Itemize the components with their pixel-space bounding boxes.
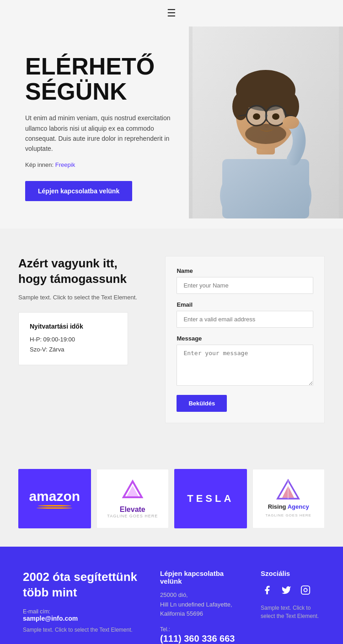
navigation: ☰: [0, 0, 343, 27]
hours-row-2: Szo-V: Zárva: [30, 345, 117, 355]
name-field-group: Name: [177, 267, 313, 294]
name-label: Name: [177, 267, 313, 274]
hours-title: Nyitvatartási idők: [30, 323, 117, 330]
hero-section: ELÉRHETŐ SÉGÜNK Ut enim ad minim veniam,…: [0, 27, 343, 229]
amazon-logo-card: amazon: [18, 469, 91, 528]
contact-description: Sample text. Click to select the Text El…: [18, 293, 147, 302]
freepik-link[interactable]: Freepik: [55, 161, 75, 168]
amazon-logo: amazon: [29, 489, 80, 509]
elevate-logo-card: Elevate TAGLINE GOES HERE: [96, 469, 169, 528]
tesla-logo: TESLA: [187, 493, 234, 505]
footer-address: 25000 dió,Hill Ln undefined Lafayette,Ka…: [160, 591, 242, 619]
footer-purple: 2002 óta segítettünk több mint E-mail cí…: [0, 547, 343, 644]
contact-form: Name Email Message Beküldés: [165, 256, 325, 423]
svg-rect-2: [222, 159, 309, 218]
contact-button[interactable]: Lépjen kapcsolatba velünk: [25, 181, 132, 201]
tesla-logo-card: TESLA: [174, 469, 247, 528]
svg-point-16: [272, 113, 279, 120]
rising-agency-logo: Rising Agency TAGLINE GOES HERE: [266, 479, 311, 518]
footer-social-title: Szociális: [261, 569, 320, 577]
svg-point-19: [283, 116, 299, 129]
hours-box: Nyitvatartási idők H-P: 09:00-19:00 Szo-…: [18, 312, 128, 365]
submit-button[interactable]: Beküldés: [177, 395, 227, 412]
footer-email-label: E-mail cím:: [23, 608, 142, 615]
hero-description: Ut enim ad minim veniam, quis nostrud ex…: [25, 113, 171, 154]
message-label: Message: [177, 335, 313, 342]
footer-phone-label: Tel.:: [160, 626, 242, 633]
email-field-group: Email: [177, 301, 313, 328]
contact-section: Azért vagyunk itt, hogy támogassunk Samp…: [0, 229, 343, 451]
footer-sample-text: Sample text. Click to select the Text El…: [23, 627, 142, 633]
hero-image: [189, 27, 343, 218]
footer-col1: 2002 óta segítettünk több mint E-mail cí…: [23, 569, 142, 633]
footer-tagline: 2002 óta segítettünk több mint: [23, 569, 142, 601]
image-credit: Kép innen: Freepik: [25, 161, 171, 168]
footer-email: sample@info.com: [23, 615, 142, 622]
footer-contact-title: Lépjen kapcsolatba velünk: [160, 569, 242, 585]
email-label: Email: [177, 301, 313, 308]
email-input[interactable]: [177, 311, 313, 328]
svg-rect-25: [301, 586, 310, 594]
contact-title: Azért vagyunk itt, hogy támogassunk: [18, 256, 147, 287]
logos-section: amazon Elevate TAGLINE GOES HERE TESLA: [0, 451, 343, 547]
message-field-group: Message: [177, 335, 313, 388]
hamburger-menu-icon[interactable]: ☰: [167, 7, 176, 19]
hours-row-1: H-P: 09:00-19:00: [30, 335, 117, 345]
hero-title: ELÉRHETŐ SÉGÜNK: [25, 54, 171, 104]
social-icons-group: [261, 584, 320, 596]
footer-col3: Szociális Sample text. Click to sel: [261, 569, 320, 620]
footer-phone: (111) 360 336 663: [160, 633, 242, 644]
hero-content: ELÉRHETŐ SÉGÜNK Ut enim ad minim veniam,…: [0, 27, 189, 229]
svg-point-15: [253, 113, 260, 120]
footer-col2: Lépjen kapcsolatba velünk 25000 dió,Hill…: [160, 569, 242, 644]
message-textarea[interactable]: [177, 345, 313, 386]
hero-photo: [189, 27, 343, 229]
footer-social-sample-text: Sample text. Click to select the Text El…: [261, 604, 320, 620]
svg-point-18: [245, 124, 286, 144]
elevate-logo: Elevate TAGLINE GOES HERE: [107, 479, 158, 518]
contact-left: Azért vagyunk itt, hogy támogassunk Samp…: [18, 256, 147, 365]
person-svg: [193, 27, 339, 218]
twitter-icon[interactable]: [280, 584, 293, 596]
instagram-icon[interactable]: [299, 584, 312, 596]
facebook-icon[interactable]: [261, 584, 273, 596]
rising-agency-logo-card: Rising Agency TAGLINE GOES HERE: [252, 469, 325, 528]
name-input[interactable]: [177, 277, 313, 294]
